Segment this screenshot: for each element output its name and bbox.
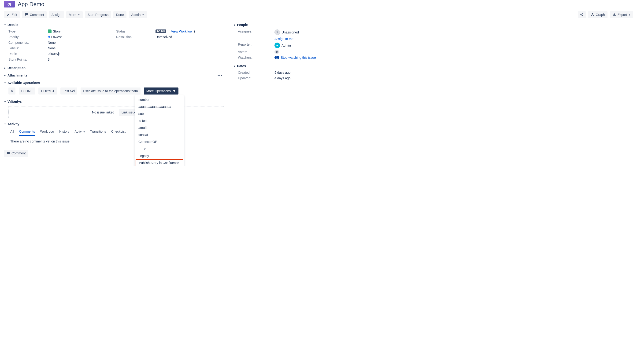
admin-button[interactable]: Admin ▼	[129, 11, 147, 18]
op-clone-button[interactable]: CLONE	[19, 88, 35, 94]
votes-badge: 0	[274, 50, 279, 54]
storypoints-value: 3	[48, 58, 116, 61]
tab-comments[interactable]: Comments	[19, 128, 35, 136]
dropdown-item-publish[interactable]: Publish Story in Confluence	[136, 159, 183, 166]
priority-label: Priority:	[9, 35, 48, 39]
activity-heading: Activity	[8, 122, 20, 126]
export-icon	[612, 13, 616, 16]
dropdown-item[interactable]: aaaaaaaaaaaaaaaaaa	[135, 103, 184, 110]
svg-point-2	[582, 15, 583, 16]
description-heading: Description	[8, 66, 26, 70]
chevron-down-icon: ▾	[4, 82, 6, 84]
tab-worklog[interactable]: Work Log	[40, 128, 54, 136]
no-issue-linked-text: No issue linked	[92, 110, 114, 114]
story-type-icon	[48, 30, 52, 33]
storypoints-label: Story Points:	[9, 58, 48, 61]
op-test-nel-button[interactable]: Test Nel	[60, 88, 78, 94]
pencil-icon	[6, 13, 10, 16]
resolution-label: Resolution:	[116, 35, 156, 39]
created-label: Created:	[238, 71, 274, 74]
type-label: Type:	[9, 30, 48, 33]
dropdown-item[interactable]: sub	[135, 110, 184, 117]
project-icon: ◔	[4, 1, 15, 8]
chevron-down-icon: ▾	[233, 65, 236, 67]
dropdown-item[interactable]: Contexte OP	[135, 138, 184, 145]
stop-watching-link[interactable]: Stop watching this issue	[281, 56, 316, 60]
chevron-down-icon: ▾	[4, 100, 6, 103]
view-workflow-link[interactable]: View Workflow	[171, 30, 192, 33]
description-toggle[interactable]: ▸ Description	[4, 64, 224, 72]
details-heading: Details	[8, 23, 18, 27]
dropdown-item[interactable]: number	[135, 96, 184, 103]
assign-to-me-link[interactable]: Assign to me	[274, 37, 293, 41]
chevron-down-icon: ▼	[628, 14, 631, 16]
done-button[interactable]: Done	[113, 11, 126, 18]
graph-icon	[591, 13, 594, 16]
export-button[interactable]: Export ▼	[610, 11, 633, 18]
assign-button[interactable]: Assign	[49, 11, 64, 18]
created-value: 5 days ago	[274, 71, 343, 74]
valiantys-toggle[interactable]: ▾ Valiantys	[4, 98, 224, 105]
unassigned-avatar-icon: ?	[274, 30, 280, 35]
available-ops-toggle[interactable]: ▾ Available Operations	[4, 79, 224, 86]
valiantys-heading: Valiantys	[8, 100, 22, 104]
graph-button[interactable]: Graph	[588, 11, 607, 18]
chevron-down-icon: ▾	[4, 123, 6, 126]
updated-value: 4 days ago	[274, 76, 343, 80]
dates-heading: Dates	[237, 64, 246, 68]
tab-history[interactable]: History	[59, 128, 70, 136]
chevron-down-icon: ▾	[233, 24, 236, 26]
more-operations-label: More Operations	[146, 89, 171, 93]
edit-button[interactable]: Edit	[4, 11, 20, 18]
updated-label: Updated:	[238, 76, 274, 80]
chevron-down-icon: ▼	[173, 89, 176, 93]
dropdown-item[interactable]: ----->	[135, 145, 184, 152]
page-title: App Demo	[18, 1, 44, 8]
more-label: More	[69, 13, 76, 16]
more-button[interactable]: More ▼	[66, 11, 83, 18]
assignee-value: Unassigned	[281, 30, 299, 34]
priority-lowest-icon: ≈	[48, 35, 50, 39]
share-button[interactable]	[578, 11, 586, 18]
more-operations-button[interactable]: More Operations ▼	[144, 88, 178, 94]
components-value: None	[48, 41, 116, 44]
op-a-button[interactable]: a	[9, 88, 16, 94]
status-badge: TO DO	[156, 30, 166, 33]
activity-toggle[interactable]: ▾ Activity	[4, 120, 224, 128]
comment-icon	[6, 151, 10, 155]
export-label: Export	[617, 13, 627, 16]
dates-toggle[interactable]: ▾ Dates	[233, 62, 343, 70]
attachments-toggle[interactable]: ▸ Attachments	[4, 72, 28, 79]
start-progress-button[interactable]: Start Progress	[85, 11, 111, 18]
chevron-right-icon: ▸	[4, 74, 6, 77]
tab-transitions[interactable]: Transitions	[90, 128, 106, 136]
tab-all[interactable]: All	[10, 128, 14, 136]
svg-point-4	[591, 15, 592, 16]
watchers-label: Watchers:	[238, 56, 274, 60]
components-label: Component/s:	[9, 41, 48, 44]
assignee-label: Assignee:	[238, 30, 274, 35]
chevron-down-icon: ▼	[142, 14, 144, 16]
labels-label: Labels:	[9, 46, 48, 50]
chevron-down-icon: ▼	[78, 14, 80, 16]
people-toggle[interactable]: ▾ People	[233, 21, 343, 28]
footer-comment-button[interactable]: Comment	[4, 150, 28, 157]
type-value: Story	[53, 30, 61, 33]
status-label: Status:	[116, 30, 156, 33]
chevron-right-icon: ▸	[4, 67, 6, 69]
op-copyst-button[interactable]: COPYST	[39, 88, 57, 94]
admin-label: Admin	[131, 13, 141, 16]
tab-checklist[interactable]: CheckList	[111, 128, 126, 136]
comment-button[interactable]: Comment	[22, 11, 47, 18]
tab-activity[interactable]: Activity	[75, 128, 85, 136]
dropdown-item[interactable]: to test	[135, 117, 184, 124]
attachments-more-menu[interactable]: •••	[218, 74, 222, 77]
dropdown-item[interactable]: concat	[135, 131, 184, 138]
details-toggle[interactable]: ▾ Details	[4, 21, 224, 28]
dropdown-item[interactable]: amulti	[135, 124, 184, 131]
op-escalate-button[interactable]: Escalate issue to the operations team	[81, 88, 140, 94]
rank-value: 0|i00cvj:	[48, 52, 116, 56]
footer-comment-label: Comment	[12, 151, 26, 155]
svg-point-3	[592, 13, 593, 14]
dropdown-item[interactable]: Legacy	[135, 152, 184, 159]
